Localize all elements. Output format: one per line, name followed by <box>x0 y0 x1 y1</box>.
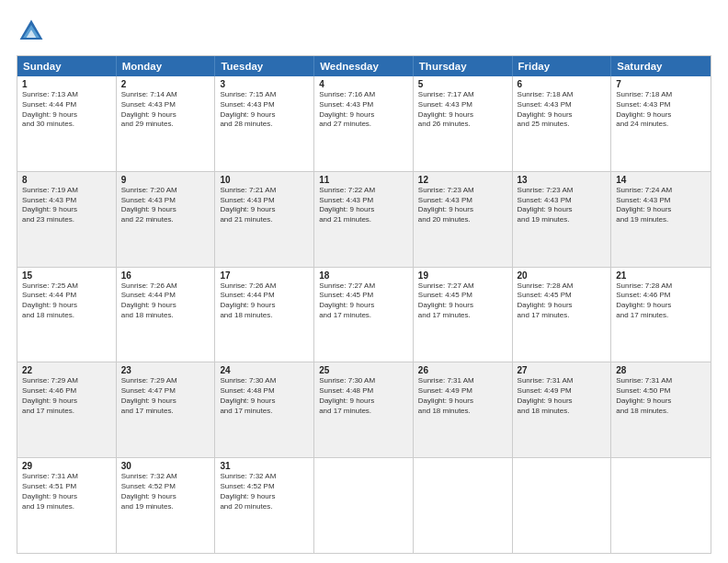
calendar-cell <box>513 458 612 553</box>
cell-text: Sunrise: 7:30 AMSunset: 4:48 PMDaylight:… <box>319 376 408 416</box>
calendar-cell: 21Sunrise: 7:28 AMSunset: 4:46 PMDayligh… <box>611 268 711 362</box>
calendar-cell: 20Sunrise: 7:28 AMSunset: 4:45 PMDayligh… <box>513 268 612 362</box>
page: SundayMondayTuesdayWednesdayThursdayFrid… <box>0 0 728 563</box>
cell-text: Sunrise: 7:23 AMSunset: 4:43 PMDaylight:… <box>418 186 507 225</box>
calendar-cell: 3Sunrise: 7:15 AMSunset: 4:43 PMDaylight… <box>215 76 314 171</box>
cell-text: Sunrise: 7:28 AMSunset: 4:46 PMDaylight:… <box>616 282 706 321</box>
day-number: 28 <box>616 365 706 375</box>
cell-text: Sunrise: 7:26 AMSunset: 4:44 PMDaylight:… <box>220 282 309 321</box>
calendar-header-cell: Monday <box>117 56 216 76</box>
cell-text: Sunrise: 7:13 AMSunset: 4:44 PMDaylight:… <box>22 90 111 130</box>
day-number: 5 <box>418 79 507 89</box>
calendar-header-cell: Thursday <box>414 56 513 76</box>
day-number: 13 <box>518 175 607 185</box>
cell-text: Sunrise: 7:31 AMSunset: 4:50 PMDaylight:… <box>616 376 706 416</box>
calendar-body: 1Sunrise: 7:13 AMSunset: 4:44 PMDaylight… <box>17 76 711 553</box>
day-number: 9 <box>121 175 210 185</box>
calendar-header-cell: Sunday <box>17 56 117 76</box>
day-number: 21 <box>616 270 706 281</box>
cell-text: Sunrise: 7:18 AMSunset: 4:43 PMDaylight:… <box>616 90 706 130</box>
calendar-header-cell: Tuesday <box>215 56 314 76</box>
day-number: 7 <box>616 79 706 89</box>
header <box>17 17 711 46</box>
day-number: 30 <box>121 461 210 471</box>
cell-text: Sunrise: 7:27 AMSunset: 4:45 PMDaylight:… <box>319 282 408 321</box>
calendar-cell: 24Sunrise: 7:30 AMSunset: 4:48 PMDayligh… <box>215 362 314 457</box>
calendar-cell: 4Sunrise: 7:16 AMSunset: 4:43 PMDaylight… <box>314 76 414 171</box>
cell-text: Sunrise: 7:30 AMSunset: 4:48 PMDaylight:… <box>220 376 309 416</box>
calendar-cell: 9Sunrise: 7:20 AMSunset: 4:43 PMDaylight… <box>117 172 216 267</box>
calendar-cell: 11Sunrise: 7:22 AMSunset: 4:43 PMDayligh… <box>314 172 414 267</box>
cell-text: Sunrise: 7:17 AMSunset: 4:43 PMDaylight:… <box>418 90 507 130</box>
calendar-header: SundayMondayTuesdayWednesdayThursdayFrid… <box>17 56 711 76</box>
cell-text: Sunrise: 7:31 AMSunset: 4:49 PMDaylight:… <box>418 376 507 416</box>
calendar-cell: 8Sunrise: 7:19 AMSunset: 4:43 PMDaylight… <box>17 172 117 267</box>
cell-text: Sunrise: 7:19 AMSunset: 4:43 PMDaylight:… <box>22 186 111 225</box>
cell-text: Sunrise: 7:18 AMSunset: 4:43 PMDaylight:… <box>518 90 607 130</box>
cell-text: Sunrise: 7:21 AMSunset: 4:43 PMDaylight:… <box>220 186 309 225</box>
day-number: 19 <box>418 270 507 281</box>
cell-text: Sunrise: 7:22 AMSunset: 4:43 PMDaylight:… <box>319 186 408 225</box>
day-number: 11 <box>319 175 408 185</box>
cell-text: Sunrise: 7:32 AMSunset: 4:52 PMDaylight:… <box>121 472 210 511</box>
calendar-row: 15Sunrise: 7:25 AMSunset: 4:44 PMDayligh… <box>17 268 711 363</box>
day-number: 16 <box>121 270 210 281</box>
day-number: 23 <box>121 365 210 375</box>
calendar-cell: 5Sunrise: 7:17 AMSunset: 4:43 PMDaylight… <box>414 76 513 171</box>
calendar-cell: 2Sunrise: 7:14 AMSunset: 4:43 PMDaylight… <box>117 76 216 171</box>
logo <box>17 17 51 46</box>
calendar-cell: 23Sunrise: 7:29 AMSunset: 4:47 PMDayligh… <box>117 362 216 457</box>
cell-text: Sunrise: 7:24 AMSunset: 4:43 PMDaylight:… <box>616 186 706 225</box>
day-number: 24 <box>220 365 309 375</box>
calendar-cell: 13Sunrise: 7:23 AMSunset: 4:43 PMDayligh… <box>513 172 612 267</box>
day-number: 2 <box>121 79 210 89</box>
day-number: 6 <box>518 79 607 89</box>
cell-text: Sunrise: 7:29 AMSunset: 4:46 PMDaylight:… <box>22 376 111 416</box>
day-number: 25 <box>319 365 408 375</box>
cell-text: Sunrise: 7:23 AMSunset: 4:43 PMDaylight:… <box>518 186 607 225</box>
day-number: 26 <box>418 365 507 375</box>
calendar-cell <box>414 458 513 553</box>
day-number: 29 <box>22 461 111 471</box>
calendar-cell <box>314 458 414 553</box>
calendar-cell: 14Sunrise: 7:24 AMSunset: 4:43 PMDayligh… <box>611 172 711 267</box>
day-number: 18 <box>319 270 408 281</box>
calendar-cell: 27Sunrise: 7:31 AMSunset: 4:49 PMDayligh… <box>513 362 612 457</box>
day-number: 1 <box>22 79 111 89</box>
calendar-cell: 29Sunrise: 7:31 AMSunset: 4:51 PMDayligh… <box>17 458 117 553</box>
day-number: 17 <box>220 270 309 281</box>
cell-text: Sunrise: 7:16 AMSunset: 4:43 PMDaylight:… <box>319 90 408 130</box>
day-number: 15 <box>22 270 111 281</box>
cell-text: Sunrise: 7:29 AMSunset: 4:47 PMDaylight:… <box>121 376 210 416</box>
calendar-cell: 10Sunrise: 7:21 AMSunset: 4:43 PMDayligh… <box>215 172 314 267</box>
calendar-cell: 18Sunrise: 7:27 AMSunset: 4:45 PMDayligh… <box>314 268 414 362</box>
calendar-header-cell: Saturday <box>611 56 711 76</box>
calendar-cell: 16Sunrise: 7:26 AMSunset: 4:44 PMDayligh… <box>117 268 216 362</box>
cell-text: Sunrise: 7:31 AMSunset: 4:49 PMDaylight:… <box>518 376 607 416</box>
day-number: 22 <box>22 365 111 375</box>
cell-text: Sunrise: 7:20 AMSunset: 4:43 PMDaylight:… <box>121 186 210 225</box>
calendar-cell: 22Sunrise: 7:29 AMSunset: 4:46 PMDayligh… <box>17 362 117 457</box>
calendar-cell: 26Sunrise: 7:31 AMSunset: 4:49 PMDayligh… <box>414 362 513 457</box>
cell-text: Sunrise: 7:25 AMSunset: 4:44 PMDaylight:… <box>22 282 111 321</box>
day-number: 14 <box>616 175 706 185</box>
calendar-row: 1Sunrise: 7:13 AMSunset: 4:44 PMDaylight… <box>17 76 711 172</box>
calendar-cell <box>611 458 711 553</box>
day-number: 4 <box>319 79 408 89</box>
cell-text: Sunrise: 7:14 AMSunset: 4:43 PMDaylight:… <box>121 90 210 130</box>
calendar-row: 8Sunrise: 7:19 AMSunset: 4:43 PMDaylight… <box>17 172 711 268</box>
calendar-cell: 30Sunrise: 7:32 AMSunset: 4:52 PMDayligh… <box>117 458 216 553</box>
cell-text: Sunrise: 7:32 AMSunset: 4:52 PMDaylight:… <box>220 472 309 511</box>
calendar-cell: 12Sunrise: 7:23 AMSunset: 4:43 PMDayligh… <box>414 172 513 267</box>
logo-icon <box>17 17 46 46</box>
calendar-cell: 25Sunrise: 7:30 AMSunset: 4:48 PMDayligh… <box>314 362 414 457</box>
calendar-header-cell: Wednesday <box>314 56 414 76</box>
calendar-cell: 1Sunrise: 7:13 AMSunset: 4:44 PMDaylight… <box>17 76 117 171</box>
calendar-cell: 19Sunrise: 7:27 AMSunset: 4:45 PMDayligh… <box>414 268 513 362</box>
calendar-cell: 15Sunrise: 7:25 AMSunset: 4:44 PMDayligh… <box>17 268 117 362</box>
day-number: 8 <box>22 175 111 185</box>
cell-text: Sunrise: 7:26 AMSunset: 4:44 PMDaylight:… <box>121 282 210 321</box>
calendar-cell: 28Sunrise: 7:31 AMSunset: 4:50 PMDayligh… <box>611 362 711 457</box>
calendar-cell: 6Sunrise: 7:18 AMSunset: 4:43 PMDaylight… <box>513 76 612 171</box>
calendar-row: 29Sunrise: 7:31 AMSunset: 4:51 PMDayligh… <box>17 458 711 553</box>
